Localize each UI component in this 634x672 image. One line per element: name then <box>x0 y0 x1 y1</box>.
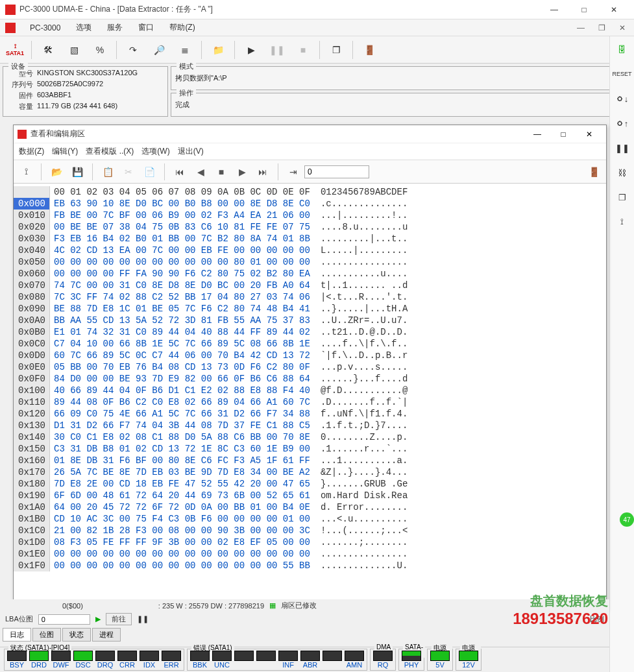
sata-button[interactable]: ⟟SATA1 <box>3 38 27 62</box>
sector-close[interactable]: ✕ <box>576 125 602 143</box>
sector-menu-data[interactable]: 数据(Z) <box>19 146 44 157</box>
hex-row[interactable]: 0x0E005 BB 00 70 EB 76 B4 08 CD 13 73 0D… <box>14 361 606 373</box>
hex-row[interactable]: 0x16001 8E DB 31 F6 BF 00 80 8E C6 FC F3… <box>14 455 606 466</box>
exit-icon[interactable]: 🚪 <box>584 162 604 182</box>
menu-service[interactable]: 服务 <box>103 21 127 34</box>
hex-row[interactable]: 0x05000 00 00 00 00 00 00 00 00 00 00 80… <box>14 256 606 268</box>
hex-row[interactable]: 0x150C3 31 DB B8 01 02 CD 13 72 1E 8C C3… <box>14 443 606 455</box>
slider-icon[interactable]: ⟟ <box>613 213 631 231</box>
power-1-icon[interactable]: ⭘↑ <box>613 114 631 132</box>
reset-icon[interactable]: RESET <box>613 65 631 83</box>
sector-menu-edit[interactable]: 编辑(Y) <box>52 146 78 157</box>
hex-row[interactable]: 0x1F000 00 00 00 00 00 00 00 00 00 00 00… <box>14 560 606 571</box>
goto-icon[interactable]: ⇥ <box>284 162 303 182</box>
goto-input[interactable] <box>304 165 369 178</box>
go-button[interactable]: 前往 <box>106 613 132 625</box>
hex-row[interactable]: 0x06000 00 00 00 FF FA 90 90 F6 C2 80 75… <box>14 268 606 280</box>
search-button[interactable]: 🔎 <box>147 38 171 62</box>
copy-icon[interactable]: 📋 <box>98 162 117 182</box>
led-label: DWF <box>51 661 71 669</box>
first-icon[interactable]: ⏮ <box>170 162 189 182</box>
hex-row[interactable]: 0x1807D E8 2E 00 CD 18 EB FE 47 52 55 42… <box>14 478 606 490</box>
hex-row[interactable]: 0x1B0CD 10 AC 3C 00 75 F4 C3 0B F6 00 00… <box>14 513 606 525</box>
hex-row[interactable]: 0x0F084 D0 00 00 BE 93 7D E9 82 00 66 0F… <box>14 373 606 385</box>
mdi-close[interactable]: ✕ <box>616 23 629 32</box>
last-icon[interactable]: ⏭ <box>253 162 273 182</box>
hex-row[interactable]: 0x000EB 63 90 10 8E D0 BC 00 B0 B8 00 00… <box>14 198 606 210</box>
chain-icon[interactable]: ⛓ <box>613 163 631 182</box>
layers-icon[interactable]: ❐ <box>613 188 631 206</box>
db-icon[interactable]: 🗄 <box>613 40 631 58</box>
tools-button[interactable]: 🛠 <box>36 38 60 62</box>
play-button[interactable]: ▶ <box>239 38 263 62</box>
hex-row[interactable]: 0x1D008 F3 05 FE FF FF 9F 3B 00 00 02 E8… <box>14 536 606 548</box>
menu-options[interactable]: 选项 <box>72 21 95 34</box>
exit-icon[interactable]: 🚪 <box>357 38 382 62</box>
hex-row[interactable]: 0x1A064 00 20 45 72 72 6F 72 0D 0A 00 BB… <box>14 501 606 513</box>
mdi-restore[interactable]: ❐ <box>595 23 608 32</box>
hex-row[interactable]: 0x0C0C7 04 10 00 66 8B 1E 5C 7C 66 89 5C… <box>14 338 606 350</box>
hex-row[interactable]: 0x0A0BB AA 55 CD 13 5A 52 72 3D 81 FB 55… <box>14 315 606 326</box>
hex-row[interactable]: 0x0D060 7C 66 89 5C 0C C7 44 06 00 70 B4… <box>14 350 606 361</box>
window-title: PC-3000 UDMA-E - China - [Data Extractor… <box>19 4 539 15</box>
hex-row[interactable]: 0x010FB BE 00 7C BF 00 06 B9 00 02 F3 A4… <box>14 210 606 221</box>
tab-bitmap[interactable]: 位图 <box>32 628 61 642</box>
close-button[interactable]: ✕ <box>599 0 629 19</box>
prev-icon[interactable]: ◀ <box>191 162 210 182</box>
sector-icon <box>18 130 27 139</box>
cut-icon[interactable]: ✂ <box>119 162 138 182</box>
hex-row[interactable]: 0x0404C 02 CD 13 EA 00 7C 00 00 EB FE 00… <box>14 245 606 256</box>
sector-menu-exit[interactable]: 退出(V) <box>178 146 204 157</box>
sector-maximize[interactable]: □ <box>550 125 576 143</box>
hex-row[interactable]: 0x10040 66 89 44 04 0F B6 D1 C1 E2 02 88… <box>14 385 606 396</box>
hex-view[interactable]: 00 01 02 03 04 05 06 07 08 09 0A 0B 0C 0… <box>14 184 606 609</box>
hex-row[interactable]: 0x07074 7C 00 00 31 C0 8E D8 8E D0 BC 00… <box>14 280 606 291</box>
list-button[interactable]: ≣ <box>173 38 197 62</box>
hex-row[interactable]: 0x1C021 00 82 1B 28 F3 00 08 00 00 90 3B… <box>14 525 606 536</box>
sector-menu-options[interactable]: 选项(W) <box>141 146 169 157</box>
menu-help[interactable]: 帮助(Z) <box>165 21 199 34</box>
hex-row[interactable]: 0x1E000 00 00 00 00 00 00 00 00 00 00 00… <box>14 548 606 560</box>
chip-button[interactable]: ▧ <box>62 38 86 62</box>
fw-value: 603ABBF1 <box>37 91 71 101</box>
lba-input[interactable] <box>38 614 90 625</box>
save-icon[interactable]: 💾 <box>67 162 87 182</box>
tab-status[interactable]: 状态 <box>62 628 91 642</box>
hex-row[interactable]: 0x11089 44 08 0F B6 C2 C0 E8 02 66 89 04… <box>14 396 606 408</box>
led-label: INF <box>278 661 298 669</box>
percent-button[interactable]: % <box>88 38 112 62</box>
hex-row[interactable]: 0x14030 C0 C1 E8 02 08 C1 88 D0 5A 88 C6… <box>14 431 606 443</box>
hex-row[interactable]: 0x130D1 31 D2 66 F7 74 04 3B 44 08 7D 37… <box>14 420 606 431</box>
open-icon[interactable]: 📂 <box>47 162 66 182</box>
hex-row[interactable]: 0x0807C 3C FF 74 02 88 C2 52 BB 17 04 80… <box>14 291 606 303</box>
tab-process[interactable]: 进程 <box>92 628 121 642</box>
stop-button[interactable]: ■ <box>291 38 315 62</box>
copy-button[interactable]: ❐ <box>324 38 348 62</box>
sector-menu-template[interactable]: 查看模版 ..(X) <box>86 146 134 157</box>
hex-row[interactable]: 0x090BE 88 7D E8 1C 01 BE 05 7C F6 C2 80… <box>14 303 606 315</box>
pause-button[interactable]: ❚❚ <box>265 38 289 62</box>
next-icon[interactable]: ▶ <box>232 162 252 182</box>
sata-icon[interactable]: ⟟ <box>16 162 36 182</box>
stop-icon[interactable]: ■ <box>212 162 231 182</box>
hex-row[interactable]: 0x12066 09 C0 75 4E 66 A1 5C 7C 66 31 D2… <box>14 408 606 420</box>
mdi-minimize[interactable]: — <box>574 23 587 32</box>
power-0-icon[interactable]: ⭘↓ <box>613 90 631 108</box>
led-label: BBK <box>190 661 210 669</box>
hex-row[interactable]: 0x0B0E1 01 74 32 31 C0 89 44 04 40 88 44… <box>14 326 606 338</box>
hex-row[interactable]: 0x1906F 6D 00 48 61 72 64 20 44 69 73 6B… <box>14 490 606 501</box>
export-button[interactable]: ↷ <box>121 38 145 62</box>
hex-row[interactable]: 0x17026 5A 7C BE 8E 7D EB 03 BE 9D 7D E8… <box>14 466 606 478</box>
pause-icon[interactable]: ❚❚ <box>613 139 631 157</box>
minimize-button[interactable]: — <box>539 0 569 19</box>
hex-row[interactable]: 0x030F3 EB 16 B4 02 B0 01 BB 00 7C B2 80… <box>14 233 606 245</box>
tab-log[interactable]: 日志 <box>3 628 31 642</box>
maximize-button[interactable]: □ <box>569 0 599 19</box>
folder-button[interactable]: 📁 <box>206 38 230 62</box>
sector-minimize[interactable]: — <box>524 125 550 143</box>
menu-pc3000[interactable]: PC-3000 <box>26 22 64 34</box>
paste-icon[interactable]: 📄 <box>140 162 159 182</box>
led-icon <box>140 651 159 661</box>
menu-window[interactable]: 窗口 <box>134 21 158 34</box>
hex-row[interactable]: 0x02000 BE BE 07 38 04 75 0B 83 C6 10 81… <box>14 221 606 233</box>
